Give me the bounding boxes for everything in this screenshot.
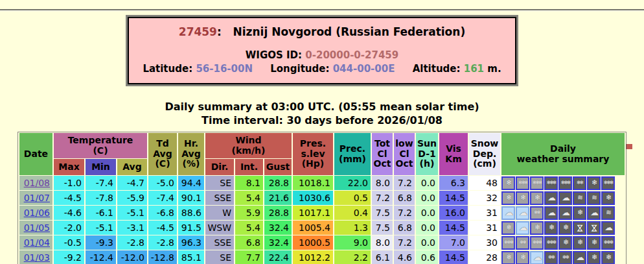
cell-pres: 1017.1 bbox=[293, 206, 333, 220]
cell-int: 8.1 bbox=[235, 176, 263, 190]
date-link[interactable]: 01/08 bbox=[24, 178, 50, 188]
snow-weather-icon: ❄❄ bbox=[544, 251, 558, 264]
cell-vis: 16.0 bbox=[439, 206, 468, 220]
cell-low: 6.8 bbox=[394, 221, 415, 235]
snow-weather-icon: ❄ bbox=[587, 251, 601, 264]
header-date: Date bbox=[19, 133, 52, 175]
cell-hr: 91.5 bbox=[178, 221, 204, 235]
cell-max: -4.6 bbox=[54, 206, 84, 220]
date-link[interactable]: 01/05 bbox=[24, 222, 50, 233]
cell-weather-summary: ❄❄☁❄❄❄❄☁❄❄ bbox=[501, 250, 625, 264]
cell-dir: W bbox=[205, 206, 234, 220]
cell-low: 6.8 bbox=[394, 191, 415, 205]
cell-tot: 7.5 bbox=[372, 206, 393, 220]
cloud-weather-icon: ☁ bbox=[516, 221, 529, 235]
snow-weather-icon: ❄❄❄ bbox=[544, 236, 558, 250]
cloud-weather-icon: ☁ bbox=[587, 206, 601, 220]
cell-tot: 8.0 bbox=[372, 176, 393, 190]
blow-weather-icon: ⋈ bbox=[573, 221, 586, 235]
cell-vis: 14.5 bbox=[439, 221, 468, 235]
cell-min: -7.4 bbox=[86, 176, 116, 190]
cell-pres: 1005.4 bbox=[293, 221, 333, 235]
snow-weather-icon: ❄❄❄ bbox=[544, 176, 558, 190]
table-row: 01/05-2.0-5.1-3.1-4.591.5WSW5.432.41005.… bbox=[19, 221, 625, 235]
cell-td: -6.8 bbox=[148, 206, 177, 220]
date-link[interactable]: 01/03 bbox=[24, 252, 50, 263]
header-daily-weather-summary: Daily weather summary bbox=[501, 133, 625, 175]
latitude-label: Latitude: bbox=[143, 63, 192, 75]
date-link[interactable]: 01/07 bbox=[24, 193, 50, 203]
cell-snow: 31 bbox=[469, 221, 500, 235]
cell-avg: -4.7 bbox=[117, 176, 147, 190]
daily-summary-table: Date Temperature (C) Td Avg (C) Hr. Avg … bbox=[18, 132, 626, 264]
cell-max: -9.2 bbox=[54, 250, 84, 264]
header-temperature: Temperature (C) bbox=[54, 133, 147, 158]
cell-max: -4.5 bbox=[54, 191, 84, 205]
cloud-weather-icon: ☁ bbox=[516, 206, 529, 220]
snow-weather-icon: ❄ bbox=[587, 236, 601, 250]
cell-vis: 6.3 bbox=[439, 176, 468, 190]
cell-date: 01/06 bbox=[19, 206, 52, 220]
cloud-weather-icon: ☁ bbox=[530, 251, 544, 264]
cell-low: 7.2 bbox=[394, 176, 415, 190]
cell-low: 7.2 bbox=[394, 235, 415, 250]
cloud-weather-icon: ☁ bbox=[544, 191, 558, 205]
cell-date: 01/08 bbox=[19, 176, 52, 190]
wigos-line: WIGOS ID: 0-20000-0-27459 bbox=[133, 49, 511, 61]
cell-vis: 14.5 bbox=[439, 250, 468, 264]
snow-weather-icon: ❄ bbox=[544, 221, 558, 235]
station-title: 27459: Niznij Novgorod (Russian Federati… bbox=[133, 25, 511, 38]
cell-hr: 88.6 bbox=[178, 206, 204, 220]
cell-weather-summary: ☁☁❄❄☁☁❄☁≋ bbox=[501, 206, 625, 220]
snow-weather-icon: ❄ bbox=[601, 191, 615, 205]
header-pressure: Pres. s.lev (Hp) bbox=[293, 133, 333, 175]
snow-weather-icon: ❄ bbox=[573, 236, 586, 250]
page: { "station": { "id": "27459", "colon": "… bbox=[0, 0, 644, 264]
cell-gust: 32.4 bbox=[264, 235, 292, 250]
snow-weather-icon: ❄ bbox=[516, 251, 529, 264]
header-temp-max: Max bbox=[54, 159, 84, 175]
cell-td: -7.4 bbox=[148, 191, 177, 205]
snow-weather-icon: ❄ bbox=[573, 206, 586, 220]
cell-weather-summary: ❄❄❄❄❄❄❄❄❄❄❄❄❄❄❄❄❄ bbox=[501, 235, 625, 250]
cell-avg: -2.8 bbox=[117, 235, 147, 250]
date-link[interactable]: 01/06 bbox=[24, 208, 50, 218]
header-td-avg: Td Avg (C) bbox=[148, 133, 177, 175]
snow-weather-icon: ❄❄❄ bbox=[516, 176, 529, 190]
cell-avg: -12.0 bbox=[117, 250, 147, 264]
cloud-weather-icon: ☁ bbox=[501, 206, 515, 220]
longitude-value: 044-00-00E bbox=[333, 63, 395, 75]
cell-snow: 30 bbox=[469, 235, 500, 250]
cell-snow: 28 bbox=[469, 250, 500, 264]
cell-prec: 2.2 bbox=[334, 250, 371, 264]
header-low-cloud: low Cl Oct bbox=[394, 133, 415, 175]
header-sunshine: Sun D-1 (h) bbox=[416, 133, 438, 175]
cell-prec: 1.3 bbox=[334, 221, 371, 235]
cell-prec: 22.0 bbox=[334, 176, 371, 190]
snow-weather-icon: ❄ bbox=[601, 251, 615, 264]
cell-gust: 28.8 bbox=[264, 176, 292, 190]
snow-weather-icon: ❄❄❄ bbox=[601, 236, 615, 250]
cell-snow: 48 bbox=[469, 176, 500, 190]
snow-weather-icon: ❄❄❄ bbox=[558, 176, 572, 190]
date-link[interactable]: 01/04 bbox=[24, 237, 50, 248]
cell-date: 01/05 bbox=[19, 221, 52, 235]
longitude-label: Longitude: bbox=[270, 63, 329, 75]
header-wind: Wind (km/h) bbox=[205, 133, 292, 158]
blow-weather-icon: ⋈ bbox=[587, 221, 601, 235]
header-precipitation: Prec. (mm) bbox=[334, 133, 371, 175]
header-wind-int: Int. bbox=[235, 159, 263, 175]
snow-weather-icon: ❄ bbox=[530, 221, 544, 235]
cell-dir: SSE bbox=[205, 235, 234, 250]
cell-min: -12.4 bbox=[86, 250, 116, 264]
altitude-label: Altitude: bbox=[413, 63, 461, 75]
cell-min: -7.8 bbox=[86, 191, 116, 205]
cell-dir: WSW bbox=[205, 221, 234, 235]
cell-td: -2.8 bbox=[148, 235, 177, 250]
daily-summary-title: Daily summary at 03:00 UTC. (05:55 mean … bbox=[0, 101, 644, 113]
table-row: 01/07-4.5-7.8-5.9-7.490.1SSE5.421.61030.… bbox=[19, 191, 625, 205]
cell-hr: 85.1 bbox=[178, 250, 204, 264]
cell-low: 7.2 bbox=[394, 206, 415, 220]
geo-line: Latitude: 56-16-00N Longitude: 044-00-00… bbox=[133, 63, 511, 75]
cell-tot: 7.2 bbox=[372, 191, 393, 205]
